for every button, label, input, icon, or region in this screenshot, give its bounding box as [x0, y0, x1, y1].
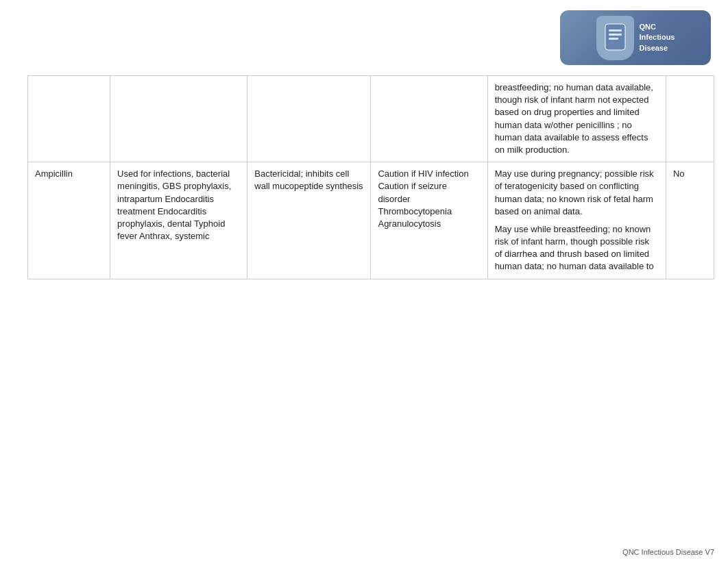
precaution-item: Caution if HIV infection: [378, 168, 480, 180]
svg-rect-0: [605, 24, 625, 50]
precautions-cell: [371, 76, 487, 162]
logo-area: QNC Infectious Disease: [557, 7, 714, 68]
precaution-item: Agranulocytosis: [378, 218, 480, 230]
drug-cell: [28, 76, 110, 162]
table-container: breastfeeding; no human data available, …: [27, 75, 714, 536]
table-row: Ampicillin Used for infections, bacteria…: [28, 162, 714, 279]
moa-cell: [247, 76, 371, 162]
svg-rect-1: [609, 29, 622, 32]
drug-table: breastfeeding; no human data available, …: [27, 75, 714, 279]
logo-text: QNC Infectious Disease: [640, 22, 675, 53]
breastfeeding-text: May use while breastfeeding; no known ri…: [495, 223, 659, 273]
precaution-item: Thrombocytopenia: [378, 205, 480, 218]
moa-cell: Bactericidal; inhibits cell wall mucopep…: [247, 162, 371, 279]
use-cell: [110, 76, 247, 162]
precaution-item: Caution if seizure disorder: [378, 180, 480, 205]
controlled-cell: [666, 76, 714, 162]
svg-rect-2: [609, 34, 622, 36]
logo-icon: [596, 16, 634, 60]
use-cell: Used for infections, bacterial meningiti…: [110, 162, 247, 279]
footer: QNC Infectious Disease V7: [622, 548, 714, 556]
table-row: breastfeeding; no human data available, …: [28, 76, 714, 162]
pregnancy-cell: breastfeeding; no human data available, …: [487, 76, 666, 162]
pregnancy-cell: May use during pregnancy; possible risk …: [487, 162, 666, 279]
pregnancy-text: May use during pregnancy; possible risk …: [495, 168, 659, 218]
precautions-cell: Caution if HIV infection Caution if seiz…: [371, 162, 487, 279]
logo-shape: QNC Infectious Disease: [560, 10, 711, 65]
svg-rect-3: [609, 38, 618, 40]
drug-name-cell: Ampicillin: [28, 162, 110, 279]
controlled-cell: No: [666, 162, 714, 279]
